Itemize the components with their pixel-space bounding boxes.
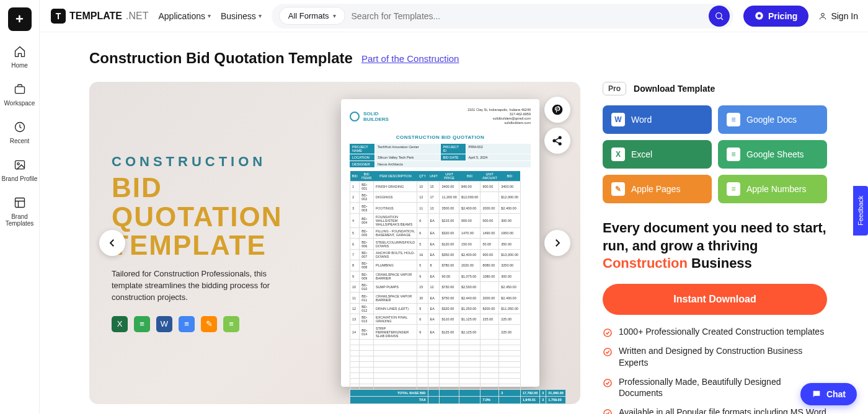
hero-construction: Construction xyxy=(603,255,688,271)
gsheets-icon: ≡ xyxy=(134,316,150,332)
sidebar-item-label: Brand Templates xyxy=(0,213,39,227)
chat-icon xyxy=(812,389,822,399)
chevron-down-icon: ▾ xyxy=(208,12,211,19)
file-icon: ≡ xyxy=(727,113,740,126)
create-button[interactable]: + xyxy=(8,7,32,31)
preview-label-bid: BID QUOTATION TEMPLATE xyxy=(112,174,337,260)
clock-icon xyxy=(13,120,27,134)
site-logo[interactable]: T TEMPLATE.NET xyxy=(51,9,148,24)
sidebar-item-label: Recent xyxy=(10,138,30,144)
tag-icon xyxy=(755,11,764,20)
carousel-prev-button[interactable] xyxy=(99,230,125,256)
nav-applications-label: Applications xyxy=(158,11,205,21)
template-icon xyxy=(13,196,27,209)
sidebar-item-recent[interactable]: Recent xyxy=(10,120,30,144)
chevron-down-icon: ▾ xyxy=(259,12,262,19)
feature-text: Written and Designed by Construction Bus… xyxy=(619,345,827,369)
feature-text: Professionally Made, Beautifully Designe… xyxy=(619,376,827,400)
download-google-docs-button[interactable]: ≡Google Docs xyxy=(718,105,827,134)
nav-business-label: Business xyxy=(221,11,256,21)
file-icon: X xyxy=(611,148,625,161)
check-icon xyxy=(603,347,613,357)
search-button[interactable] xyxy=(709,6,730,27)
sidebar-item-label: Brand Profile xyxy=(2,175,38,182)
preview-app-icons: X ≡ W ≡ ✎ ≡ xyxy=(112,316,337,332)
download-excel-button[interactable]: XExcel xyxy=(603,140,712,169)
numbers-icon: ≡ xyxy=(223,316,239,332)
excel-icon: X xyxy=(112,316,128,332)
svg-point-3 xyxy=(17,163,19,165)
download-label: Apple Numbers xyxy=(746,184,807,194)
feature-item: Professionally Made, Beautifully Designe… xyxy=(603,376,827,400)
feature-text: 1000+ Professionally Created Constructio… xyxy=(619,326,824,338)
feature-item: 1000+ Professionally Created Constructio… xyxy=(603,326,827,338)
pricing-label: Pricing xyxy=(768,11,797,21)
format-dropdown[interactable]: All Formats ▾ xyxy=(279,7,345,25)
svg-point-12 xyxy=(559,143,561,145)
preview-label-construction: CONSTRUCTION xyxy=(112,154,337,170)
download-label: Word xyxy=(631,115,652,125)
search-input[interactable] xyxy=(352,11,702,21)
feature-item: Written and Designed by Construction Bus… xyxy=(603,345,827,369)
svg-point-5 xyxy=(716,12,722,18)
download-apple-numbers-button[interactable]: ≡Apple Numbers xyxy=(718,175,827,203)
user-icon xyxy=(818,12,827,20)
word-icon: W xyxy=(156,316,172,332)
share-button[interactable] xyxy=(544,128,570,154)
logo-ext: .NET xyxy=(126,11,148,22)
page-title: Construction Bid Quotation Template xyxy=(89,50,353,67)
instant-download-button[interactable]: Instant Download xyxy=(603,284,827,315)
preview-subtext: Tailored for Construction Professionals,… xyxy=(112,268,298,304)
collection-link[interactable]: Part of the Construction xyxy=(361,53,459,64)
carousel-next-button[interactable] xyxy=(544,230,570,256)
download-label: Apple Pages xyxy=(631,184,680,194)
document-preview: SOLID BUILDERS 2101 Clay St, Indianapoli… xyxy=(341,99,539,387)
sidebar-item-label: Workspace xyxy=(4,100,35,107)
search-bar: All Formats ▾ xyxy=(272,4,733,29)
signin-label: Sign In xyxy=(831,11,858,21)
feature-item: Available in all Popular file formats in… xyxy=(603,407,827,414)
gdocs-icon: ≡ xyxy=(179,316,195,332)
sidebar-item-home[interactable]: Home xyxy=(11,45,28,69)
svg-rect-0 xyxy=(15,87,24,94)
file-icon: ≡ xyxy=(727,148,740,161)
chat-label: Chat xyxy=(826,389,846,399)
download-label: Excel xyxy=(631,149,652,159)
hero-line1: Every document you need to start, run, a… xyxy=(603,220,826,253)
download-google-sheets-button[interactable]: ≡Google Sheets xyxy=(718,140,827,169)
briefcase-icon xyxy=(13,82,27,96)
svg-point-7 xyxy=(758,14,761,17)
chevron-down-icon: ▾ xyxy=(333,12,336,19)
download-word-button[interactable]: WWord xyxy=(603,105,712,134)
sidebar-item-brand-profile[interactable]: Brand Profile xyxy=(2,158,38,182)
pro-badge: Pro xyxy=(603,82,626,95)
file-icon: W xyxy=(611,113,625,126)
sidebar-item-workspace[interactable]: Workspace xyxy=(4,82,35,107)
nav-applications[interactable]: Applications ▾ xyxy=(158,11,211,21)
check-icon xyxy=(603,378,613,388)
file-icon: ✎ xyxy=(611,182,625,196)
download-label: Google Sheets xyxy=(746,149,804,159)
image-icon xyxy=(13,158,27,172)
pinterest-button[interactable] xyxy=(544,97,570,123)
check-icon xyxy=(603,408,613,414)
download-label: Google Docs xyxy=(746,115,797,125)
hero-business: Business xyxy=(691,255,752,271)
chat-button[interactable]: Chat xyxy=(800,383,857,405)
signin-link[interactable]: Sign In xyxy=(818,11,858,21)
pages-icon: ✎ xyxy=(201,316,217,332)
check-icon xyxy=(603,328,613,338)
sidebar-item-brand-templates[interactable]: Brand Templates xyxy=(0,196,39,227)
download-title: Download Template xyxy=(634,84,715,94)
pricing-button[interactable]: Pricing xyxy=(743,6,808,27)
download-apple-pages-button[interactable]: ✎Apple Pages xyxy=(603,175,712,203)
nav-business[interactable]: Business ▾ xyxy=(221,11,262,21)
feedback-tab[interactable]: Feedback xyxy=(853,186,868,236)
feature-text: Available in all Popular file formats in… xyxy=(619,407,827,414)
svg-rect-4 xyxy=(15,198,24,208)
format-label: All Formats xyxy=(288,11,329,20)
svg-point-16 xyxy=(604,410,611,414)
logo-badge: T xyxy=(51,9,66,24)
sidebar-item-label: Home xyxy=(11,62,28,69)
svg-point-9 xyxy=(552,105,563,115)
